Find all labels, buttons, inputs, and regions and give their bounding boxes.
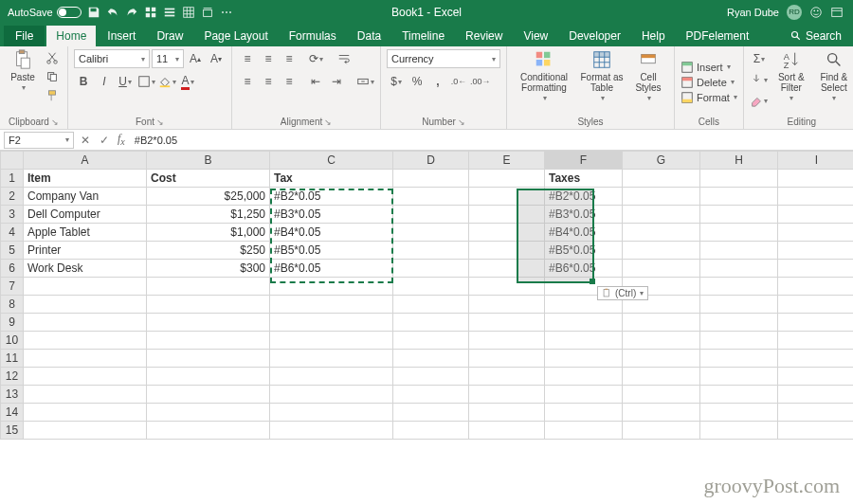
redo-icon[interactable] bbox=[125, 6, 138, 19]
cell[interactable] bbox=[469, 386, 545, 404]
cell[interactable] bbox=[270, 404, 393, 422]
format-as-table-button[interactable]: Format as Table▾ bbox=[578, 49, 626, 103]
font-size-combo[interactable]: 11▾ bbox=[152, 49, 184, 68]
cell[interactable] bbox=[469, 422, 545, 440]
cell[interactable] bbox=[623, 350, 700, 368]
row-header[interactable]: 15 bbox=[1, 422, 24, 440]
fx-icon[interactable]: fx bbox=[114, 132, 129, 147]
cell[interactable] bbox=[778, 404, 854, 422]
row-header[interactable]: 6 bbox=[1, 260, 24, 278]
cell[interactable] bbox=[393, 260, 469, 278]
percent-format-icon[interactable]: % bbox=[408, 72, 426, 91]
orientation-icon[interactable]: ⟳▾ bbox=[306, 49, 325, 68]
cell[interactable] bbox=[469, 260, 545, 278]
cell[interactable]: Apple Tablet bbox=[24, 224, 147, 242]
cell[interactable] bbox=[393, 170, 469, 188]
cell[interactable] bbox=[270, 368, 393, 386]
paste-options-button[interactable]: (Ctrl)▾ bbox=[597, 286, 648, 300]
cell[interactable]: Company Van bbox=[24, 188, 147, 206]
cell[interactable] bbox=[469, 404, 545, 422]
cell[interactable]: $250 bbox=[147, 242, 270, 260]
align-middle-icon[interactable]: ≡ bbox=[259, 49, 278, 68]
cell[interactable]: #B4*0.05 bbox=[270, 224, 393, 242]
spreadsheet-grid[interactable]: A B C D E F G H I J 1 Item Cost Tax Taxe… bbox=[0, 151, 853, 440]
align-bottom-icon[interactable]: ≡ bbox=[280, 49, 299, 68]
cell[interactable] bbox=[24, 314, 147, 332]
launcher-icon[interactable]: ↘ bbox=[324, 117, 332, 127]
cell[interactable]: #B2*0.05 bbox=[545, 188, 623, 206]
cell[interactable] bbox=[393, 278, 469, 296]
row-header[interactable]: 2 bbox=[1, 188, 24, 206]
undo-icon[interactable] bbox=[106, 6, 119, 19]
merge-center-icon[interactable]: ▾ bbox=[355, 72, 374, 91]
cell[interactable] bbox=[623, 224, 700, 242]
tab-page-layout[interactable]: Page Layout bbox=[194, 26, 277, 46]
clear-icon[interactable]: ▾ bbox=[750, 91, 769, 110]
cell[interactable] bbox=[393, 332, 469, 350]
window-icon[interactable] bbox=[830, 6, 844, 19]
font-color-icon[interactable]: A▾ bbox=[178, 72, 197, 91]
cell[interactable] bbox=[147, 350, 270, 368]
cell[interactable] bbox=[393, 242, 469, 260]
cell[interactable] bbox=[270, 296, 393, 314]
cell[interactable] bbox=[778, 296, 854, 314]
conditional-formatting-button[interactable]: Conditional Formatting▾ bbox=[513, 49, 575, 103]
cut-icon[interactable] bbox=[43, 49, 62, 66]
cell[interactable] bbox=[778, 386, 854, 404]
row-header[interactable]: 7 bbox=[1, 278, 24, 296]
cell[interactable] bbox=[778, 422, 854, 440]
sort-filter-button[interactable]: AZ Sort & Filter▾ bbox=[771, 49, 811, 103]
tab-help[interactable]: Help bbox=[632, 26, 675, 46]
cell[interactable] bbox=[393, 404, 469, 422]
cell[interactable] bbox=[393, 314, 469, 332]
copy-icon[interactable] bbox=[43, 68, 62, 85]
align-center-icon[interactable]: ≡ bbox=[259, 72, 278, 91]
tab-insert[interactable]: Insert bbox=[98, 26, 145, 46]
cell[interactable] bbox=[778, 224, 854, 242]
cell[interactable] bbox=[24, 368, 147, 386]
comma-format-icon[interactable]: , bbox=[428, 72, 447, 91]
col-header[interactable]: G bbox=[623, 152, 700, 170]
cell[interactable] bbox=[778, 170, 854, 188]
qat-icon-4[interactable] bbox=[201, 6, 214, 19]
cell[interactable] bbox=[147, 386, 270, 404]
row-header[interactable]: 3 bbox=[1, 206, 24, 224]
cell[interactable]: #B6*0.05 bbox=[545, 260, 623, 278]
cell[interactable] bbox=[623, 386, 700, 404]
cell[interactable] bbox=[24, 350, 147, 368]
increase-font-icon[interactable]: A▴ bbox=[186, 49, 205, 68]
cell[interactable] bbox=[778, 368, 854, 386]
cell[interactable] bbox=[623, 170, 700, 188]
row-header[interactable]: 1 bbox=[1, 170, 24, 188]
cell[interactable] bbox=[623, 404, 700, 422]
select-all-corner[interactable] bbox=[1, 152, 24, 170]
cell[interactable] bbox=[623, 368, 700, 386]
cell[interactable] bbox=[147, 314, 270, 332]
cell[interactable] bbox=[545, 386, 623, 404]
cell[interactable] bbox=[469, 314, 545, 332]
cell[interactable] bbox=[393, 224, 469, 242]
launcher-icon[interactable]: ↘ bbox=[51, 117, 59, 127]
cell[interactable] bbox=[147, 278, 270, 296]
cell[interactable] bbox=[393, 350, 469, 368]
cell[interactable] bbox=[778, 188, 854, 206]
col-header[interactable]: B bbox=[147, 152, 270, 170]
tab-developer[interactable]: Developer bbox=[559, 26, 630, 46]
number-format-combo[interactable]: Currency▾ bbox=[387, 49, 500, 68]
launcher-icon[interactable]: ↘ bbox=[156, 117, 164, 127]
fill-color-icon[interactable]: ▾ bbox=[157, 72, 176, 91]
increase-indent-icon[interactable]: ⇥ bbox=[327, 72, 346, 91]
cell[interactable] bbox=[469, 170, 545, 188]
cell[interactable] bbox=[778, 332, 854, 350]
cell[interactable] bbox=[469, 296, 545, 314]
fill-icon[interactable]: ▾ bbox=[750, 70, 769, 89]
cell[interactable]: #B2*0.05 bbox=[270, 188, 393, 206]
cell[interactable] bbox=[270, 422, 393, 440]
cell[interactable] bbox=[270, 332, 393, 350]
cell[interactable] bbox=[623, 188, 700, 206]
wrap-text-icon[interactable] bbox=[335, 49, 354, 68]
cell[interactable] bbox=[469, 350, 545, 368]
cell[interactable]: $1,250 bbox=[147, 206, 270, 224]
font-name-combo[interactable]: Calibri▾ bbox=[74, 49, 150, 68]
cell[interactable] bbox=[24, 278, 147, 296]
